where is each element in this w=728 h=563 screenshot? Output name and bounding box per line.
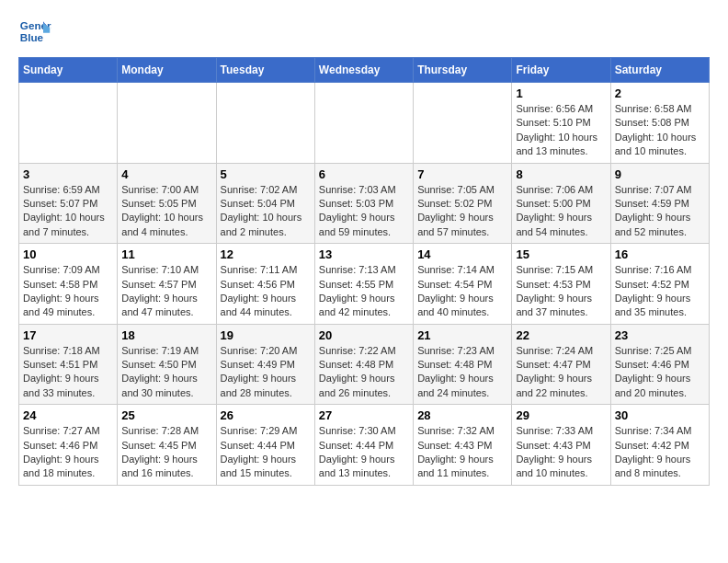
calendar-week-row: 3Sunrise: 6:59 AMSunset: 5:07 PMDaylight… xyxy=(19,163,710,244)
day-info: Sunrise: 7:00 AMSunset: 5:05 PMDaylight:… xyxy=(121,183,211,240)
logo: General Blue xyxy=(18,15,57,48)
day-info: Sunrise: 7:16 AMSunset: 4:52 PMDaylight:… xyxy=(615,263,705,320)
day-number: 26 xyxy=(221,408,311,422)
day-info: Sunrise: 7:02 AMSunset: 5:04 PMDaylight:… xyxy=(221,183,311,240)
day-number: 19 xyxy=(221,328,311,342)
day-header-friday: Friday xyxy=(512,58,610,83)
calendar-cell: 2Sunrise: 6:58 AMSunset: 5:08 PMDaylight… xyxy=(610,83,709,164)
day-info: Sunrise: 7:24 AMSunset: 4:47 PMDaylight:… xyxy=(516,344,606,401)
calendar-cell: 20Sunrise: 7:22 AMSunset: 4:48 PMDayligh… xyxy=(314,324,413,405)
day-header-wednesday: Wednesday xyxy=(314,58,413,83)
calendar-cell: 8Sunrise: 7:06 AMSunset: 5:00 PMDaylight… xyxy=(512,163,610,244)
page-header: General Blue xyxy=(18,15,710,48)
day-info: Sunrise: 7:13 AMSunset: 4:55 PMDaylight:… xyxy=(319,263,409,320)
calendar-cell: 17Sunrise: 7:18 AMSunset: 4:51 PMDayligh… xyxy=(19,324,118,405)
day-info: Sunrise: 7:20 AMSunset: 4:49 PMDaylight:… xyxy=(221,344,311,401)
day-number: 10 xyxy=(23,247,113,261)
calendar-cell: 16Sunrise: 7:16 AMSunset: 4:52 PMDayligh… xyxy=(610,244,709,325)
day-info: Sunrise: 6:58 AMSunset: 5:08 PMDaylight:… xyxy=(615,102,705,159)
day-info: Sunrise: 6:59 AMSunset: 5:07 PMDaylight:… xyxy=(23,183,113,240)
calendar-week-row: 1Sunrise: 6:56 AMSunset: 5:10 PMDaylight… xyxy=(19,83,710,164)
day-info: Sunrise: 7:19 AMSunset: 4:50 PMDaylight:… xyxy=(121,344,211,401)
day-info: Sunrise: 7:22 AMSunset: 4:48 PMDaylight:… xyxy=(319,344,409,401)
day-number: 4 xyxy=(121,167,211,181)
day-info: Sunrise: 7:34 AMSunset: 4:42 PMDaylight:… xyxy=(615,424,705,481)
calendar-cell: 14Sunrise: 7:14 AMSunset: 4:54 PMDayligh… xyxy=(414,244,512,325)
calendar-cell: 9Sunrise: 7:07 AMSunset: 4:59 PMDaylight… xyxy=(610,163,709,244)
day-info: Sunrise: 7:03 AMSunset: 5:03 PMDaylight:… xyxy=(319,183,409,240)
day-info: Sunrise: 7:07 AMSunset: 4:59 PMDaylight:… xyxy=(615,183,705,240)
day-number: 2 xyxy=(615,86,705,100)
day-number: 12 xyxy=(221,247,311,261)
calendar-cell: 19Sunrise: 7:20 AMSunset: 4:49 PMDayligh… xyxy=(216,324,314,405)
calendar-cell xyxy=(314,83,413,164)
calendar-cell xyxy=(216,83,314,164)
calendar-cell: 6Sunrise: 7:03 AMSunset: 5:03 PMDaylight… xyxy=(314,163,413,244)
calendar-cell xyxy=(414,83,512,164)
calendar-cell: 13Sunrise: 7:13 AMSunset: 4:55 PMDayligh… xyxy=(314,244,413,325)
day-info: Sunrise: 7:30 AMSunset: 4:44 PMDaylight:… xyxy=(319,424,409,481)
calendar-cell: 24Sunrise: 7:27 AMSunset: 4:46 PMDayligh… xyxy=(19,405,118,486)
day-number: 6 xyxy=(319,167,409,181)
day-number: 7 xyxy=(417,167,507,181)
calendar-cell: 25Sunrise: 7:28 AMSunset: 4:45 PMDayligh… xyxy=(118,405,216,486)
day-number: 22 xyxy=(516,328,606,342)
calendar-week-row: 24Sunrise: 7:27 AMSunset: 4:46 PMDayligh… xyxy=(19,405,710,486)
calendar-table: SundayMondayTuesdayWednesdayThursdayFrid… xyxy=(18,57,710,486)
day-header-sunday: Sunday xyxy=(19,58,118,83)
day-info: Sunrise: 7:15 AMSunset: 4:53 PMDaylight:… xyxy=(516,263,606,320)
day-info: Sunrise: 7:18 AMSunset: 4:51 PMDaylight:… xyxy=(23,344,113,401)
day-info: Sunrise: 7:11 AMSunset: 4:56 PMDaylight:… xyxy=(221,263,311,320)
day-number: 3 xyxy=(23,167,113,181)
day-number: 11 xyxy=(121,247,211,261)
calendar-cell xyxy=(19,83,118,164)
day-info: Sunrise: 7:32 AMSunset: 4:43 PMDaylight:… xyxy=(417,424,507,481)
calendar-cell: 11Sunrise: 7:10 AMSunset: 4:57 PMDayligh… xyxy=(118,244,216,325)
calendar-cell: 22Sunrise: 7:24 AMSunset: 4:47 PMDayligh… xyxy=(512,324,610,405)
calendar-cell: 1Sunrise: 6:56 AMSunset: 5:10 PMDaylight… xyxy=(512,83,610,164)
day-info: Sunrise: 7:23 AMSunset: 4:48 PMDaylight:… xyxy=(417,344,507,401)
calendar-cell: 5Sunrise: 7:02 AMSunset: 5:04 PMDaylight… xyxy=(216,163,314,244)
day-number: 5 xyxy=(221,167,311,181)
calendar-cell: 10Sunrise: 7:09 AMSunset: 4:58 PMDayligh… xyxy=(19,244,118,325)
calendar-cell: 12Sunrise: 7:11 AMSunset: 4:56 PMDayligh… xyxy=(216,244,314,325)
day-number: 25 xyxy=(121,408,211,422)
calendar-cell: 30Sunrise: 7:34 AMSunset: 4:42 PMDayligh… xyxy=(610,405,709,486)
day-info: Sunrise: 7:28 AMSunset: 4:45 PMDaylight:… xyxy=(121,424,211,481)
day-info: Sunrise: 7:10 AMSunset: 4:57 PMDaylight:… xyxy=(121,263,211,320)
day-number: 14 xyxy=(417,247,507,261)
day-number: 27 xyxy=(319,408,409,422)
calendar-week-row: 10Sunrise: 7:09 AMSunset: 4:58 PMDayligh… xyxy=(19,244,710,325)
day-number: 30 xyxy=(615,408,705,422)
calendar-cell: 29Sunrise: 7:33 AMSunset: 4:43 PMDayligh… xyxy=(512,405,610,486)
day-header-saturday: Saturday xyxy=(610,58,709,83)
day-number: 9 xyxy=(615,167,705,181)
day-info: Sunrise: 7:05 AMSunset: 5:02 PMDaylight:… xyxy=(417,183,507,240)
calendar-cell: 21Sunrise: 7:23 AMSunset: 4:48 PMDayligh… xyxy=(414,324,512,405)
calendar-cell: 26Sunrise: 7:29 AMSunset: 4:44 PMDayligh… xyxy=(216,405,314,486)
calendar-cell xyxy=(118,83,216,164)
day-info: Sunrise: 6:56 AMSunset: 5:10 PMDaylight:… xyxy=(516,102,606,159)
day-info: Sunrise: 7:33 AMSunset: 4:43 PMDaylight:… xyxy=(516,424,606,481)
day-number: 29 xyxy=(516,408,606,422)
day-number: 23 xyxy=(615,328,705,342)
day-number: 20 xyxy=(319,328,409,342)
day-info: Sunrise: 7:25 AMSunset: 4:46 PMDaylight:… xyxy=(615,344,705,401)
calendar-header-row: SundayMondayTuesdayWednesdayThursdayFrid… xyxy=(19,58,710,83)
calendar-cell: 23Sunrise: 7:25 AMSunset: 4:46 PMDayligh… xyxy=(610,324,709,405)
calendar-cell: 4Sunrise: 7:00 AMSunset: 5:05 PMDaylight… xyxy=(118,163,216,244)
day-number: 24 xyxy=(23,408,113,422)
day-info: Sunrise: 7:09 AMSunset: 4:58 PMDaylight:… xyxy=(23,263,113,320)
day-number: 13 xyxy=(319,247,409,261)
day-number: 15 xyxy=(516,247,606,261)
day-info: Sunrise: 7:29 AMSunset: 4:44 PMDaylight:… xyxy=(221,424,311,481)
calendar-cell: 28Sunrise: 7:32 AMSunset: 4:43 PMDayligh… xyxy=(414,405,512,486)
day-number: 21 xyxy=(417,328,507,342)
day-number: 8 xyxy=(516,167,606,181)
calendar-cell: 15Sunrise: 7:15 AMSunset: 4:53 PMDayligh… xyxy=(512,244,610,325)
calendar-cell: 27Sunrise: 7:30 AMSunset: 4:44 PMDayligh… xyxy=(314,405,413,486)
day-header-monday: Monday xyxy=(118,58,216,83)
day-number: 18 xyxy=(121,328,211,342)
calendar-cell: 7Sunrise: 7:05 AMSunset: 5:02 PMDaylight… xyxy=(414,163,512,244)
day-number: 17 xyxy=(23,328,113,342)
